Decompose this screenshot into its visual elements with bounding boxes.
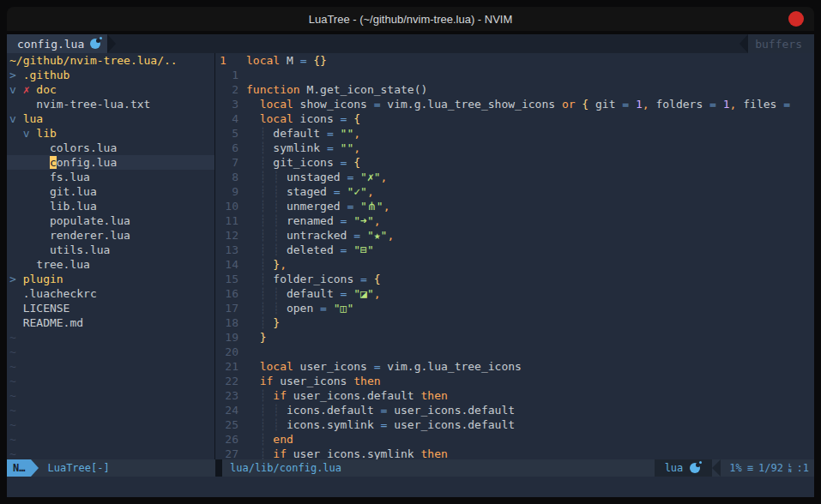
code-segment-id <box>246 127 260 140</box>
tree-row[interactable]: v lua <box>9 111 214 126</box>
editor-line[interactable]: 7 ┊ git_icons = { <box>215 155 814 170</box>
tree-row[interactable]: README.md <box>9 315 214 330</box>
editor-line[interactable]: 2function M.get_icon_state() <box>215 82 814 97</box>
editor-line[interactable]: 1local M = {} <box>215 53 814 68</box>
tree-row[interactable]: renderer.lua <box>9 228 214 243</box>
code-segment-brace: { <box>582 98 589 111</box>
code-segment-id <box>246 258 260 271</box>
statusline-gap <box>215 459 222 477</box>
code-segment-id <box>246 302 260 315</box>
tree-row[interactable]: .luacheckrc <box>9 286 214 301</box>
tab-config-lua[interactable]: config.lua <box>7 34 107 53</box>
tree-row[interactable]: ~ <box>9 388 214 403</box>
editor-line[interactable]: 20 <box>215 345 814 359</box>
editor-line[interactable]: 24 ┊ ┊ icons.default = user_icons.defaul… <box>215 403 814 417</box>
code-segment-id: symlink <box>266 141 326 154</box>
editor-line[interactable]: 14 ┊ }, <box>215 257 814 272</box>
editor-line[interactable]: 27 ┊ if user_icons.symlink then <box>215 447 814 459</box>
buffers-chip[interactable]: buffers <box>740 34 814 53</box>
code-text: ┊ ┊ default = "◪", <box>246 286 381 301</box>
editor-line[interactable]: 6 ┊ symlink = "", <box>215 141 814 155</box>
tree-row[interactable]: ~ <box>9 432 214 447</box>
tree-row[interactable]: ~ <box>9 403 214 417</box>
code-segment-com: , <box>353 127 360 140</box>
tab-label: config.lua <box>17 38 84 51</box>
tree-row[interactable]: ~ <box>9 374 214 388</box>
code-segment-file: README.md <box>9 316 83 329</box>
tree-row[interactable]: colors.lua <box>9 141 214 155</box>
tree-row[interactable]: ~/github/nvim-tree.lua/.. <box>9 53 214 68</box>
code-segment-folder: lib <box>29 127 56 140</box>
tree-row[interactable]: nvim-tree-lua.txt <box>9 97 214 111</box>
code-segment-id <box>246 141 260 154</box>
code-segment-op: = <box>374 360 381 373</box>
tree-row[interactable]: ~ <box>9 345 214 359</box>
line-number: 3 <box>215 97 238 111</box>
editor-line[interactable]: 8 ┊ ┊ unstaged = "✗", <box>215 170 814 184</box>
code-segment-kw: end <box>273 433 293 446</box>
tree-row[interactable]: LICENSE <box>9 301 214 315</box>
editor-line[interactable]: 18 ┊ } <box>215 315 814 330</box>
line-number: 7 <box>215 155 238 170</box>
code-segment-id <box>246 98 260 111</box>
code-text: ┊ ┊ deleted = "⊟" <box>246 243 374 257</box>
editor-line[interactable]: 4 local icons = { <box>215 111 814 126</box>
editor-line[interactable]: 15 ┊ folder_icons = { <box>215 272 814 286</box>
tree-cursor: c <box>50 156 57 169</box>
file-tree: ~/github/nvim-tree.lua/..> .githubv ✗ do… <box>7 53 214 459</box>
code-segment-id <box>246 112 260 125</box>
tree-row[interactable]: lib.lua <box>9 199 214 213</box>
editor-line[interactable]: 23 ┊ if user_icons.default then <box>215 388 814 403</box>
editor-line[interactable]: 3 local show_icons = vim.g.lua_tree_show… <box>215 97 814 111</box>
plugin-name: LuaTree[-] <box>47 462 109 474</box>
code-segment-str: "◪" <box>353 287 373 300</box>
editor-line[interactable]: 12 ┊ ┊ untracked = "★", <box>215 228 814 243</box>
tree-row[interactable]: fs.lua <box>9 170 214 184</box>
close-icon[interactable] <box>788 11 804 27</box>
editor-line[interactable]: 11 ┊ ┊ renamed = "➜", <box>215 213 814 228</box>
editor-line[interactable]: 16 ┊ ┊ default = "◪", <box>215 286 814 301</box>
editor-line[interactable]: 9 ┊ ┊ staged = "✓", <box>215 184 814 199</box>
editor-line[interactable]: 25 ┊ ┊ icons.symlink = user_icons.defaul… <box>215 417 814 432</box>
editor-line[interactable]: 19 } <box>215 330 814 345</box>
code-segment-folder: doc <box>29 83 56 96</box>
line-number: 10 <box>215 199 238 213</box>
editor-line[interactable]: 5 ┊ default = "", <box>215 126 814 141</box>
editor-line[interactable]: 1 <box>215 68 814 82</box>
tree-row[interactable]: > .github <box>9 68 214 82</box>
command-line[interactable] <box>7 477 814 497</box>
code-text: ┊ ┊ untracked = "★", <box>246 228 394 243</box>
tree-row[interactable]: tree.lua <box>9 257 214 272</box>
tree-row[interactable]: > plugin <box>9 272 214 286</box>
editor-line[interactable]: 13 ┊ ┊ deleted = "⊟" <box>215 243 814 257</box>
code-segment-kw: or <box>562 98 576 111</box>
tree-row[interactable]: v ✗ doc <box>9 82 214 97</box>
tree-row[interactable]: populate.lua <box>9 213 214 228</box>
powerline-chevron-icon <box>712 459 721 477</box>
line-number: 14 <box>215 257 238 272</box>
editor-line[interactable]: 22 if user_icons then <box>215 374 814 388</box>
tree-row[interactable]: ~ <box>9 330 214 345</box>
code-segment-brace: { <box>353 156 360 169</box>
code-segment-str: "★" <box>367 229 387 242</box>
tree-row[interactable]: ~ <box>9 417 214 432</box>
tree-row[interactable]: config.lua <box>7 155 214 170</box>
code-segment-op: = <box>622 98 629 111</box>
code-segment-id <box>353 200 360 213</box>
tree-row[interactable]: v lib <box>9 126 214 141</box>
editor-line[interactable]: 26 ┊ end <box>215 432 814 447</box>
code-segment-id: vim.g.lua_tree_show_icons <box>381 98 562 111</box>
tree-row[interactable]: utils.lua <box>9 243 214 257</box>
code-text: ┊ } <box>246 315 280 330</box>
code-segment-id <box>246 200 260 213</box>
code-text: ┊ ┊ open = "◫" <box>246 301 353 315</box>
tree-row[interactable]: git.lua <box>9 184 214 199</box>
tree-row[interactable]: ~ <box>9 359 214 374</box>
code-segment-id: renamed <box>280 214 340 227</box>
tree-row[interactable]: ~ <box>9 447 214 459</box>
editor-line[interactable]: 21 local user_icons = vim.g.lua_tree_ico… <box>215 359 814 374</box>
code-segment-op: = <box>327 127 334 140</box>
code-text: ┊ }, <box>246 257 287 272</box>
editor-line[interactable]: 10 ┊ ┊ unmerged = "⋔", <box>215 199 814 213</box>
editor-line[interactable]: 17 ┊ ┊ open = "◫" <box>215 301 814 315</box>
